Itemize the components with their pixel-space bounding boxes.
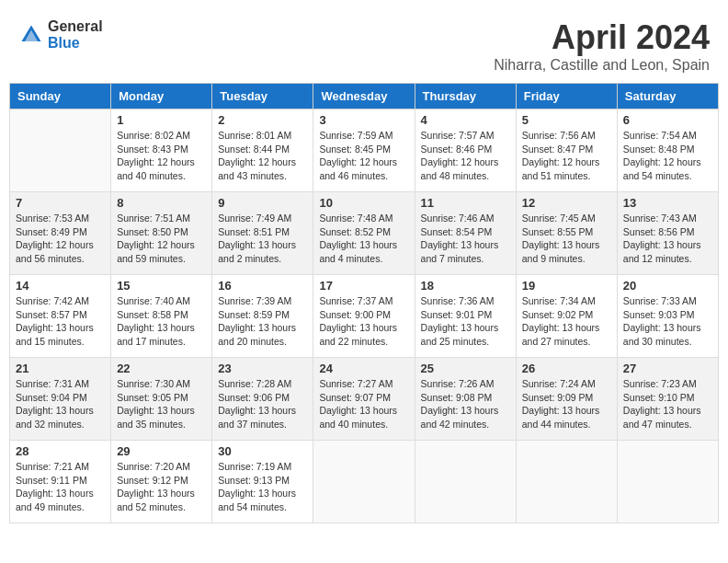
day-info: Sunrise: 7:21 AMSunset: 9:11 PMDaylight:…: [16, 460, 105, 514]
weekday-header-sunday: Sunday: [10, 84, 111, 109]
day-number: 3: [319, 113, 408, 127]
day-number: 5: [522, 113, 611, 127]
day-info: Sunrise: 7:46 AMSunset: 8:54 PMDaylight:…: [421, 212, 510, 266]
calendar-cell: 6Sunrise: 7:54 AMSunset: 8:48 PMDaylight…: [617, 109, 718, 192]
day-info: Sunrise: 7:53 AMSunset: 8:49 PMDaylight:…: [16, 212, 105, 266]
calendar-week-row: 14Sunrise: 7:42 AMSunset: 8:57 PMDayligh…: [10, 275, 719, 358]
day-info: Sunrise: 7:28 AMSunset: 9:06 PMDaylight:…: [218, 377, 307, 431]
day-info: Sunrise: 7:59 AMSunset: 8:45 PMDaylight:…: [319, 129, 408, 183]
calendar-cell: 28Sunrise: 7:21 AMSunset: 9:11 PMDayligh…: [10, 441, 111, 523]
day-info: Sunrise: 7:23 AMSunset: 9:10 PMDaylight:…: [623, 377, 712, 431]
calendar-cell: 29Sunrise: 7:20 AMSunset: 9:12 PMDayligh…: [111, 441, 212, 523]
day-info: Sunrise: 7:19 AMSunset: 9:13 PMDaylight:…: [218, 460, 307, 514]
calendar-week-row: 1Sunrise: 8:02 AMSunset: 8:43 PMDaylight…: [10, 109, 719, 192]
calendar-cell: 4Sunrise: 7:57 AMSunset: 8:46 PMDaylight…: [415, 109, 516, 192]
calendar-cell: [516, 441, 617, 523]
day-number: 8: [117, 196, 206, 210]
day-info: Sunrise: 7:36 AMSunset: 9:01 PMDaylight:…: [421, 294, 510, 349]
day-info: Sunrise: 7:57 AMSunset: 8:46 PMDaylight:…: [421, 129, 510, 183]
title-area: April 2024 Niharra, Castille and Leon, S…: [494, 18, 710, 74]
weekday-header-monday: Monday: [111, 84, 212, 109]
day-info: Sunrise: 7:20 AMSunset: 9:12 PMDaylight:…: [117, 460, 206, 514]
calendar-cell: 23Sunrise: 7:28 AMSunset: 9:06 PMDayligh…: [212, 358, 313, 441]
logo-icon: [18, 22, 44, 48]
calendar-cell: 13Sunrise: 7:43 AMSunset: 8:56 PMDayligh…: [617, 192, 718, 275]
calendar-table: SundayMondayTuesdayWednesdayThursdayFrid…: [9, 83, 719, 523]
calendar-cell: 15Sunrise: 7:40 AMSunset: 8:58 PMDayligh…: [111, 275, 212, 358]
day-number: 17: [319, 279, 408, 293]
weekday-header-row: SundayMondayTuesdayWednesdayThursdayFrid…: [10, 84, 719, 109]
calendar-cell: 9Sunrise: 7:49 AMSunset: 8:51 PMDaylight…: [212, 192, 313, 275]
day-info: Sunrise: 7:51 AMSunset: 8:50 PMDaylight:…: [117, 212, 206, 266]
day-number: 28: [16, 444, 105, 458]
logo-text-general: General: [48, 18, 103, 34]
calendar-cell: 17Sunrise: 7:37 AMSunset: 9:00 PMDayligh…: [313, 275, 415, 358]
calendar-cell: 2Sunrise: 8:01 AMSunset: 8:44 PMDaylight…: [212, 109, 313, 192]
day-info: Sunrise: 7:30 AMSunset: 9:05 PMDaylight:…: [117, 377, 206, 431]
day-number: 30: [218, 444, 307, 458]
weekday-header-thursday: Thursday: [415, 84, 516, 109]
month-title: April 2024: [494, 18, 710, 57]
day-number: 1: [117, 113, 206, 127]
calendar-cell: 12Sunrise: 7:45 AMSunset: 8:55 PMDayligh…: [516, 192, 617, 275]
day-number: 9: [218, 196, 307, 210]
logo-text-blue: Blue: [48, 35, 80, 51]
calendar-cell: [617, 441, 718, 523]
day-number: 25: [421, 362, 510, 375]
weekday-header-wednesday: Wednesday: [313, 84, 415, 109]
page-header: General Blue April 2024 Niharra, Castill…: [9, 9, 719, 78]
day-info: Sunrise: 7:40 AMSunset: 8:58 PMDaylight:…: [117, 294, 206, 349]
weekday-header-friday: Friday: [516, 84, 617, 109]
day-info: Sunrise: 7:27 AMSunset: 9:07 PMDaylight:…: [319, 377, 408, 431]
calendar-cell: 22Sunrise: 7:30 AMSunset: 9:05 PMDayligh…: [111, 358, 212, 441]
day-info: Sunrise: 7:31 AMSunset: 9:04 PMDaylight:…: [16, 377, 105, 431]
logo: General Blue: [18, 18, 103, 52]
day-number: 16: [218, 279, 307, 293]
day-number: 4: [421, 113, 510, 127]
calendar-cell: 3Sunrise: 7:59 AMSunset: 8:45 PMDaylight…: [313, 109, 415, 192]
day-number: 21: [16, 362, 105, 375]
calendar-cell: 14Sunrise: 7:42 AMSunset: 8:57 PMDayligh…: [10, 275, 111, 358]
day-info: Sunrise: 7:34 AMSunset: 9:02 PMDaylight:…: [522, 294, 611, 349]
day-info: Sunrise: 7:49 AMSunset: 8:51 PMDaylight:…: [218, 212, 307, 266]
day-info: Sunrise: 7:45 AMSunset: 8:55 PMDaylight:…: [522, 212, 611, 266]
day-number: 26: [522, 362, 611, 375]
day-number: 6: [623, 113, 712, 127]
day-number: 22: [117, 362, 206, 375]
day-number: 10: [319, 196, 408, 210]
calendar-week-row: 28Sunrise: 7:21 AMSunset: 9:11 PMDayligh…: [10, 441, 719, 523]
day-info: Sunrise: 7:42 AMSunset: 8:57 PMDaylight:…: [16, 294, 105, 349]
day-info: Sunrise: 7:43 AMSunset: 8:56 PMDaylight:…: [623, 212, 712, 266]
calendar-cell: [10, 109, 111, 192]
calendar-cell: [313, 441, 415, 523]
calendar-week-row: 7Sunrise: 7:53 AMSunset: 8:49 PMDaylight…: [10, 192, 719, 275]
calendar-cell: 5Sunrise: 7:56 AMSunset: 8:47 PMDaylight…: [516, 109, 617, 192]
calendar-cell: 10Sunrise: 7:48 AMSunset: 8:52 PMDayligh…: [313, 192, 415, 275]
day-number: 18: [421, 279, 510, 293]
day-number: 14: [16, 279, 105, 293]
day-info: Sunrise: 7:24 AMSunset: 9:09 PMDaylight:…: [522, 377, 611, 431]
day-number: 27: [623, 362, 712, 375]
calendar-cell: 27Sunrise: 7:23 AMSunset: 9:10 PMDayligh…: [617, 358, 718, 441]
day-number: 2: [218, 113, 307, 127]
calendar-cell: [415, 441, 516, 523]
calendar-cell: 20Sunrise: 7:33 AMSunset: 9:03 PMDayligh…: [617, 275, 718, 358]
calendar-cell: 26Sunrise: 7:24 AMSunset: 9:09 PMDayligh…: [516, 358, 617, 441]
day-number: 23: [218, 362, 307, 375]
calendar-cell: 18Sunrise: 7:36 AMSunset: 9:01 PMDayligh…: [415, 275, 516, 358]
day-info: Sunrise: 8:02 AMSunset: 8:43 PMDaylight:…: [117, 129, 206, 183]
day-info: Sunrise: 7:26 AMSunset: 9:08 PMDaylight:…: [421, 377, 510, 431]
weekday-header-saturday: Saturday: [617, 84, 718, 109]
day-info: Sunrise: 8:01 AMSunset: 8:44 PMDaylight:…: [218, 129, 307, 183]
day-info: Sunrise: 7:48 AMSunset: 8:52 PMDaylight:…: [319, 212, 408, 266]
day-info: Sunrise: 7:54 AMSunset: 8:48 PMDaylight:…: [623, 129, 712, 183]
day-number: 7: [16, 196, 105, 210]
weekday-header-tuesday: Tuesday: [212, 84, 313, 109]
day-number: 11: [421, 196, 510, 210]
day-number: 19: [522, 279, 611, 293]
calendar-cell: 8Sunrise: 7:51 AMSunset: 8:50 PMDaylight…: [111, 192, 212, 275]
day-number: 12: [522, 196, 611, 210]
calendar-cell: 11Sunrise: 7:46 AMSunset: 8:54 PMDayligh…: [415, 192, 516, 275]
calendar-cell: 16Sunrise: 7:39 AMSunset: 8:59 PMDayligh…: [212, 275, 313, 358]
day-info: Sunrise: 7:33 AMSunset: 9:03 PMDaylight:…: [623, 294, 712, 349]
